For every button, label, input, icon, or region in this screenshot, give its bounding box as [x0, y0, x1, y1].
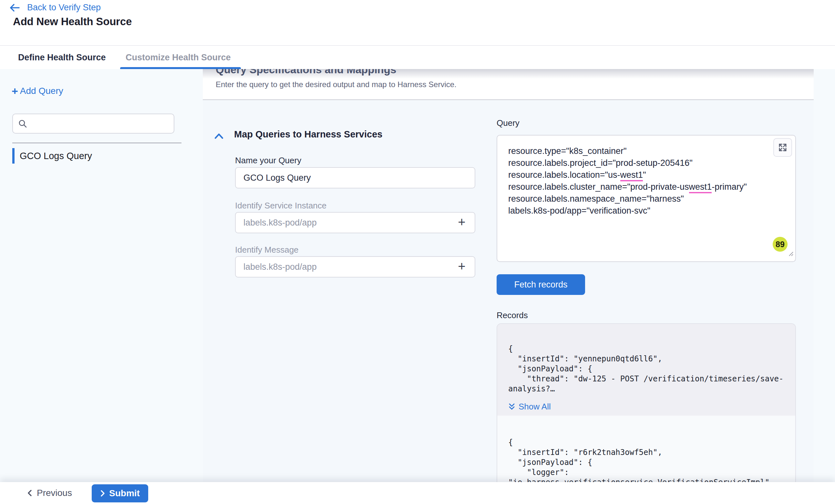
- chevron-right-icon: [100, 490, 105, 497]
- page-background-strip: [814, 69, 835, 482]
- page-header: Back to Verify Step Add New Health Sourc…: [0, 0, 835, 45]
- textarea-resize-handle[interactable]: [788, 248, 794, 260]
- service-instance-field: +: [235, 212, 475, 233]
- back-arrow-icon: [9, 3, 20, 13]
- expand-query-button[interactable]: [773, 138, 792, 157]
- submit-label: Submit: [109, 488, 140, 499]
- show-all-label: Show All: [518, 402, 551, 412]
- fetch-records-button[interactable]: Fetch records: [496, 274, 585, 295]
- service-instance-input[interactable]: [236, 213, 475, 233]
- tab-customize-health-source[interactable]: Customize Health Source: [126, 46, 231, 69]
- records-container: { "insertId": "yennepun0qtd6ll6", "jsonP…: [496, 323, 796, 483]
- back-link-label: Back to Verify Step: [27, 3, 101, 13]
- grammarly-badge: 89: [773, 237, 788, 252]
- message-input[interactable]: [236, 257, 475, 277]
- add-service-instance-icon[interactable]: +: [455, 215, 469, 229]
- query-name-field: [235, 167, 475, 188]
- record-json-text: { "insertId": "r6rk2tnah3owf5eh", "jsonP…: [508, 438, 784, 483]
- map-queries-title: Map Queries to Harness Services: [234, 129, 382, 140]
- submit-button[interactable]: Submit: [92, 484, 148, 502]
- back-to-verify-step-link[interactable]: Back to Verify Step: [9, 3, 101, 13]
- previous-label: Previous: [37, 488, 72, 498]
- section-heading-band: Query Specifications and Mappings Enter …: [203, 69, 814, 100]
- query-mapping-panel: Map Queries to Harness Services Name you…: [203, 100, 814, 482]
- previous-button[interactable]: Previous: [27, 482, 72, 504]
- sidebar-item-gco-logs-query[interactable]: GCO Logs Query: [12, 148, 92, 164]
- section-subtitle: Enter the query to get the desired outpu…: [216, 80, 456, 89]
- query-search-box: [12, 113, 175, 133]
- plus-icon: +: [12, 86, 18, 96]
- query-text: resource.type="k8s_container"resource.la…: [508, 145, 784, 217]
- record-item: { "insertId": "yennepun0qtd6ll6", "jsonP…: [497, 324, 795, 416]
- health-source-tabbar: Define Health Source Customize Health So…: [0, 45, 835, 69]
- search-icon: [18, 119, 28, 129]
- add-health-source-page: Back to Verify Step Add New Health Sourc…: [0, 0, 835, 504]
- query-label: Query: [496, 118, 520, 128]
- selected-indicator-bar: [12, 148, 15, 164]
- add-message-icon[interactable]: +: [455, 259, 469, 274]
- message-field: +: [235, 256, 475, 277]
- fullscreen-expand-icon: [778, 143, 788, 152]
- record-item: { "insertId": "r6rk2tnah3owf5eh", "jsonP…: [497, 438, 795, 483]
- add-query-label: Add Query: [20, 86, 63, 96]
- query-sidebar: + Add Query GCO Logs Query: [0, 69, 203, 482]
- chevron-left-icon: [27, 489, 32, 497]
- chevron-up-icon: [214, 132, 224, 140]
- collapse-section-button[interactable]: [214, 132, 225, 142]
- identify-message-label: Identify Message: [235, 245, 299, 255]
- page-title: Add New Health Source: [13, 16, 132, 28]
- query-search-input[interactable]: [32, 114, 170, 133]
- double-chevron-down-icon: [508, 403, 515, 411]
- add-query-button[interactable]: + Add Query: [12, 86, 63, 96]
- show-all-link[interactable]: Show All: [508, 402, 551, 412]
- query-editor[interactable]: resource.type="k8s_container"resource.la…: [496, 135, 796, 262]
- records-label: Records: [496, 310, 528, 320]
- name-your-query-label: Name your Query: [235, 155, 301, 166]
- identify-service-instance-label: Identify Service Instance: [235, 201, 326, 211]
- section-title: Query Specifications and Mappings: [216, 69, 396, 76]
- wizard-footer: Previous Submit: [0, 482, 835, 504]
- query-item-label: GCO Logs Query: [20, 151, 92, 161]
- resize-grip-icon: [788, 251, 794, 256]
- tab-define-health-source[interactable]: Define Health Source: [18, 46, 106, 69]
- sidebar-divider: [12, 143, 181, 143]
- record-json-text: { "insertId": "yennepun0qtd6ll6", "jsonP…: [508, 344, 784, 394]
- query-name-input[interactable]: [236, 168, 475, 188]
